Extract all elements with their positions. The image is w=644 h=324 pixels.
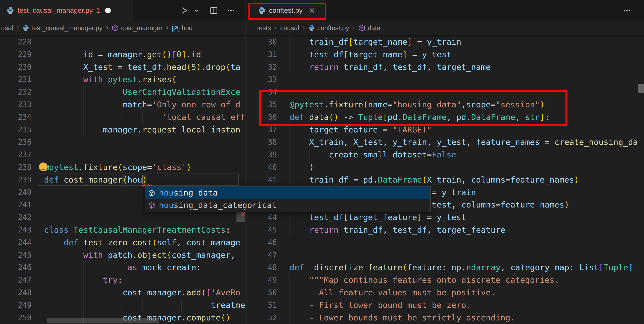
code-line-41[interactable]: 41 train_df = pd.DataFrame(X_train, colu… (246, 174, 644, 186)
line-number[interactable]: 250 (0, 311, 32, 324)
code-line-235[interactable]: 235 manager.request_local_instan (0, 123, 245, 136)
editor-pane-right[interactable]: 29 test_df = X_test.copy()30 train_df[ta… (246, 35, 644, 324)
line-number[interactable]: 38 (246, 136, 277, 148)
breadcrumb-item-symbol-data[interactable]: data (358, 24, 380, 32)
line-number[interactable]: 232 (0, 86, 32, 98)
code-line-231[interactable]: 231 with pytest.raises( (0, 73, 245, 86)
code-line-236[interactable]: 236 (0, 136, 245, 148)
line-number[interactable]: 52 (246, 311, 277, 324)
line-number[interactable]: 249 (0, 299, 32, 311)
code-line-49[interactable]: 49 """Map continous features onto discre… (246, 274, 644, 286)
code-line-47[interactable]: 47 (246, 249, 644, 261)
line-number[interactable]: 234 (0, 111, 32, 123)
line-number[interactable]: 29 (246, 35, 277, 36)
line-number[interactable]: 41 (246, 174, 277, 186)
code-line-38[interactable]: 38 X_train, X_test, y_train, y_test, fea… (246, 136, 644, 148)
code-line-46[interactable]: 46 (246, 236, 644, 249)
line-number[interactable]: 231 (0, 73, 32, 86)
suggestion-housing-data-categorical[interactable]: housing_data_categorical (145, 199, 430, 211)
breadcrumb-item-file[interactable]: conftest.py (308, 24, 349, 32)
line-number[interactable]: 39 (246, 148, 277, 161)
code-line-229[interactable]: 229 id = manager.get()[0].id (0, 48, 245, 61)
line-number[interactable]: 50 (246, 286, 277, 299)
code-line-249[interactable]: 249 treatme (0, 299, 245, 311)
line-number[interactable]: 243 (0, 224, 32, 236)
line-number[interactable]: 235 (0, 123, 32, 136)
left-horizontal-scrollbar-thumb[interactable] (47, 318, 159, 323)
code-line-48[interactable]: 48def _discretize_feature(feature: np.nd… (246, 261, 644, 274)
code-line-32[interactable]: 32 return train_df, test_df, target_name (246, 61, 644, 73)
line-number[interactable]: 32 (246, 61, 277, 73)
line-number[interactable]: 242 (0, 211, 32, 224)
line-number[interactable]: 49 (246, 274, 277, 286)
code-line-50[interactable]: 50 - All feature values must be positive… (246, 286, 644, 299)
code-line-248[interactable]: 248 cost_manager.add(['AveRo (0, 286, 245, 299)
lightbulb-code-action-icon[interactable] (39, 163, 48, 171)
code-line-246[interactable]: 246 as mock_create: (0, 261, 245, 274)
line-number[interactable]: 238 (0, 161, 32, 174)
code-line-31[interactable]: 31 test_df[target_name] = y_test (246, 48, 644, 61)
code-line-51[interactable]: 51 - First lower bound must be zero. (246, 299, 644, 311)
line-number[interactable]: 228 (0, 36, 32, 48)
run-dropdown-chevron-icon[interactable] (192, 6, 202, 15)
line-number[interactable]: 247 (0, 274, 32, 286)
line-number[interactable]: 33 (246, 73, 277, 86)
line-number[interactable]: 46 (246, 236, 277, 249)
line-number[interactable]: 245 (0, 249, 32, 261)
breadcrumb-item-symbol-field[interactable]: [⊘] hou (172, 24, 192, 32)
code-line-244[interactable]: 244 def test_zero_cost(self, cost_manage (0, 236, 245, 249)
code-line-40[interactable]: 40 ) (246, 161, 644, 174)
code-line-232[interactable]: 232 UserConfigValidationExce (0, 86, 245, 98)
suggestion-housing-data[interactable]: housing_data (145, 187, 430, 199)
tab-test-causal-manager[interactable]: test_causal_manager.py 1 (0, 0, 134, 21)
line-number[interactable]: 236 (0, 136, 32, 148)
line-number[interactable]: 44 (246, 211, 277, 224)
line-number[interactable]: 30 (246, 36, 277, 48)
more-actions-button[interactable] (622, 6, 632, 15)
line-number[interactable]: 237 (0, 148, 32, 161)
line-number[interactable]: 239 (0, 174, 32, 186)
line-number[interactable]: 233 (0, 98, 32, 111)
breadcrumb-item-tests[interactable]: tests (257, 24, 271, 32)
code-line-242[interactable]: 242 (0, 211, 245, 224)
code-line-230[interactable]: 230 X_test = test_df.head(5).drop(ta (0, 61, 245, 73)
line-number[interactable]: 48 (246, 261, 277, 274)
code-line-30[interactable]: 30 train_df[target_name] = y_train (246, 36, 644, 48)
line-number[interactable]: 47 (246, 249, 277, 261)
breadcrumb-item-file[interactable]: test_causal_manager.py (22, 24, 102, 32)
code-line-234[interactable]: 234 'local causal effe (0, 111, 245, 123)
code-line-45[interactable]: 45 return train_df, test_df, target_feat… (246, 224, 644, 236)
line-number[interactable]: 229 (0, 48, 32, 61)
line-number[interactable]: 241 (0, 199, 32, 211)
code-line-245[interactable]: 245 with patch.object(cost_manager, (0, 249, 245, 261)
line-number[interactable]: 244 (0, 236, 32, 249)
breadcrumb-item-symbol-class[interactable]: cost_manager (112, 24, 163, 32)
line-number[interactable]: 51 (246, 299, 277, 311)
modified-dot-icon[interactable] (105, 8, 111, 13)
split-editor-button[interactable] (209, 6, 219, 15)
line-number[interactable]: 40 (246, 161, 277, 174)
editor-group-divider[interactable] (245, 0, 246, 324)
line-number[interactable]: 45 (246, 224, 277, 236)
code-line-233[interactable]: 233 match='Only one row of d (0, 98, 245, 111)
code-line-239[interactable]: 239def cost_manager(hou) (0, 174, 245, 186)
breadcrumb-item-causal[interactable]: usal (1, 24, 13, 32)
editor-pane-left[interactable]: 228229 id = manager.get()[0].id230 X_tes… (0, 35, 245, 324)
code-line-33[interactable]: 33 (246, 73, 644, 86)
code-line-228[interactable]: 228 (0, 36, 245, 48)
code-line-52[interactable]: 52 - Lower bounds must be strictly ascen… (246, 311, 644, 324)
code-line-44[interactable]: 44 test_df[target_feature] = y_test (246, 211, 644, 224)
code-line-39[interactable]: 39 create_small_dataset=False (246, 148, 644, 161)
code-line-238[interactable]: 238@pytest.fixture(scope='class') (0, 161, 245, 174)
breadcrumb-item-causal[interactable]: causal (280, 24, 299, 32)
right-vertical-scrollbar-thumb[interactable] (638, 84, 644, 93)
code-line-247[interactable]: 247 try: (0, 274, 245, 286)
line-number[interactable]: 31 (246, 48, 277, 61)
code-line-243[interactable]: 243class TestCausalManagerTreatmentCosts… (0, 224, 245, 236)
line-number[interactable]: 248 (0, 286, 32, 299)
run-button[interactable] (179, 6, 189, 15)
code-line-237[interactable]: 237 (0, 148, 245, 161)
line-number[interactable]: 230 (0, 61, 32, 73)
code-line-29[interactable]: 29 test_df = X_test.copy() (246, 35, 644, 36)
line-number[interactable]: 246 (0, 261, 32, 274)
